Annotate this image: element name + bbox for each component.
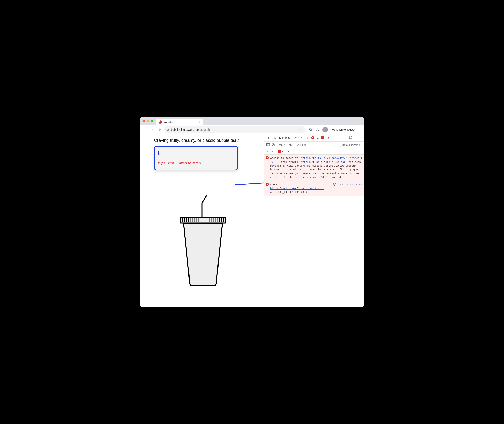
- angular-favicon-icon: [158, 120, 162, 124]
- console-prompt[interactable]: ›: [264, 196, 364, 202]
- browser-menu-icon[interactable]: ⋮: [358, 127, 362, 132]
- devtools-panel: Elements Console » ×2 ×8 ⋮ ×: [264, 134, 364, 307]
- close-window-button[interactable]: [143, 120, 145, 122]
- error-badge-icon[interactable]: ×: [311, 136, 314, 139]
- error-message: TypeError: Failed to fetch: [157, 161, 234, 165]
- svg-line-30: [273, 144, 274, 145]
- svg-line-0: [235, 182, 264, 185]
- error-icon: ×: [266, 156, 269, 159]
- input-caret: [158, 151, 159, 155]
- labs-icon[interactable]: [315, 127, 320, 132]
- source-link[interactable]: tea.service.ts:42: [336, 183, 362, 187]
- tea-search-input[interactable]: [157, 150, 234, 156]
- console-error-message[interactable]: × search:1 Access to fetch at 'https://h…: [264, 155, 364, 181]
- issue-badge-icon[interactable]: ×: [321, 136, 324, 139]
- devtools-close-icon[interactable]: ×: [360, 136, 362, 140]
- svg-rect-25: [275, 137, 276, 139]
- url-link[interactable]: https://hello-io-24.deno.dev/?lvl=1: [270, 187, 324, 190]
- issues-settings-icon[interactable]: [286, 150, 290, 153]
- expand-triangle-icon[interactable]: ▸: [270, 183, 272, 186]
- funnel-icon: [297, 144, 299, 146]
- close-tab-icon[interactable]: ×: [199, 120, 200, 124]
- relaunch-button[interactable]: Relaunch to update: [330, 128, 356, 131]
- window-controls: [143, 120, 153, 122]
- network-icon[interactable]: [333, 183, 336, 187]
- svg-point-26: [350, 137, 351, 138]
- tab-title: NgBoba: [163, 120, 173, 124]
- issues-count: 8: [282, 150, 284, 153]
- webpage: Craving fruity, creamy, or classic bubbl…: [140, 134, 264, 307]
- console-error-message[interactable]: × tea.service.ts:42 ▸GET https://hello-i…: [264, 181, 364, 196]
- issue-badge-icon: ×: [278, 150, 280, 153]
- elements-tab[interactable]: Elements: [279, 136, 290, 139]
- search-card: TypeError: Failed to fetch: [154, 146, 238, 170]
- issues-label: 1 Issue:: [267, 150, 276, 153]
- expand-tabs-icon[interactable]: ⌄: [359, 119, 362, 123]
- log-levels-selector[interactable]: Default levels ▾: [340, 143, 362, 147]
- extensions-icon[interactable]: [308, 127, 313, 132]
- clear-console-icon[interactable]: [272, 143, 275, 147]
- issues-bar: 1 Issue: × 8: [264, 149, 364, 155]
- browser-toolbar: ← → ⟳ ⚙ bubble-jingle.web.app/search ☆ R…: [140, 125, 364, 134]
- error-icon: ×: [266, 183, 269, 186]
- caret-down-icon: ▾: [359, 143, 361, 146]
- error-count: 2: [317, 136, 318, 139]
- console-filter-input[interactable]: Filter: [295, 143, 323, 147]
- more-tabs-icon[interactable]: »: [306, 136, 308, 140]
- profile-avatar[interactable]: [323, 127, 328, 132]
- svg-point-31: [290, 144, 291, 145]
- url-path: /search: [200, 128, 210, 131]
- live-expression-icon[interactable]: [289, 143, 293, 147]
- source-link[interactable]: search:1: [350, 156, 362, 160]
- issue-count: 8: [327, 136, 329, 139]
- page-heading: Craving fruity, creamy, or classic bubbl…: [154, 138, 252, 143]
- back-button[interactable]: ←: [142, 127, 147, 132]
- site-info-icon[interactable]: ⚙: [167, 128, 169, 131]
- svg-rect-27: [267, 143, 270, 146]
- console-toolbar: top ▾ Filter Default levels ▾: [264, 142, 364, 149]
- maximize-window-button[interactable]: [151, 120, 153, 122]
- browser-tab[interactable]: NgBoba ×: [156, 119, 203, 125]
- annotation-arrow-icon: [235, 179, 264, 191]
- tab-strip: NgBoba × + ⌄: [140, 117, 364, 125]
- content-area: Craving fruity, creamy, or classic bubbl…: [140, 134, 364, 307]
- devtools-settings-icon[interactable]: [349, 136, 353, 140]
- svg-point-32: [288, 151, 289, 151]
- forward-button[interactable]: →: [149, 127, 154, 132]
- bubble-tea-cup-illustration: [154, 193, 252, 287]
- browser-window: NgBoba × + ⌄ ← → ⟳ ⚙ bubble-jingle.web.a…: [140, 117, 364, 307]
- address-bar[interactable]: ⚙ bubble-jingle.web.app/search ☆: [164, 126, 305, 133]
- console-output: × search:1 Access to fetch at 'https://h…: [264, 155, 364, 307]
- url-link[interactable]: https://bubble-jingle.web.app: [301, 160, 346, 163]
- minimize-window-button[interactable]: [147, 120, 149, 122]
- reload-button[interactable]: ⟳: [157, 127, 162, 132]
- inspect-element-icon[interactable]: [267, 136, 270, 140]
- bookmark-star-icon[interactable]: ☆: [300, 128, 303, 131]
- console-tab[interactable]: Console: [293, 134, 304, 141]
- device-toggle-icon[interactable]: [273, 136, 276, 139]
- devtools-tabs: Elements Console » ×2 ×8 ⋮ ×: [264, 134, 364, 142]
- caret-down-icon: ▾: [284, 143, 285, 146]
- context-selector[interactable]: top ▾: [277, 143, 287, 147]
- new-tab-button[interactable]: +: [203, 121, 209, 125]
- devtools-menu-icon[interactable]: ⋮: [355, 136, 358, 139]
- url-host: bubble-jingle.web.app: [171, 128, 199, 131]
- console-sidebar-toggle-icon[interactable]: [267, 143, 270, 147]
